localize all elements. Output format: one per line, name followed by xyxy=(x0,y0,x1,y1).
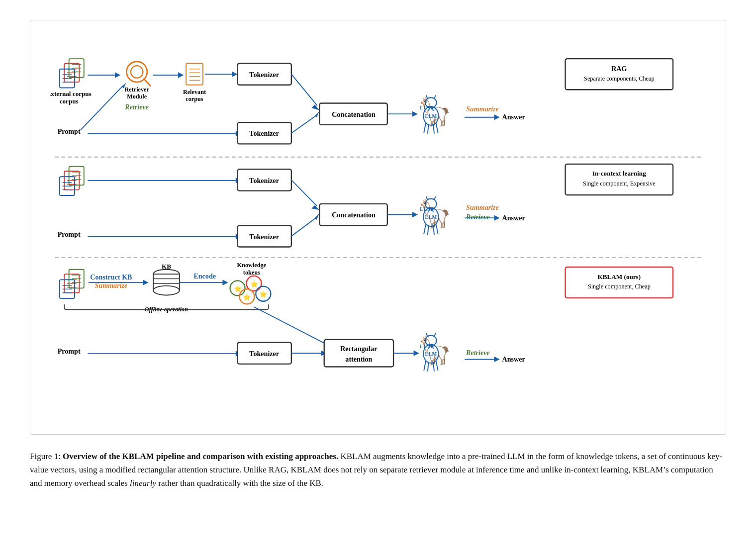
doc-group-icl xyxy=(60,167,84,195)
rectangular-attention-label: Rectangular xyxy=(340,345,377,353)
rag-description: Separate components, Cheap xyxy=(584,75,655,82)
main-diagram-svg: External corpus corpus Retriever Module … xyxy=(50,35,706,419)
kb-label: KB xyxy=(162,263,171,270)
arrow12 xyxy=(315,213,319,220)
arrow3 xyxy=(232,71,237,77)
concatenation2-label: Concatenation xyxy=(332,211,376,219)
caption-italic-text: linearly xyxy=(130,478,156,488)
prompt-label-icl: Prompt xyxy=(58,230,81,238)
arrow8 xyxy=(494,114,499,120)
arrow5 xyxy=(311,104,319,110)
external-corpus-group: External corpus corpus xyxy=(50,59,92,105)
arrow2 xyxy=(178,72,184,78)
tokenizer4-label: Tokenizer xyxy=(249,233,279,241)
relevant-corpus-label2: corpus xyxy=(186,95,203,102)
retrieve-label-icl: Retrieve xyxy=(466,213,490,221)
icl-label: In-context learning xyxy=(592,170,646,177)
tokenizer1-label: Tokenizer xyxy=(249,71,279,79)
knowledge-tokens-label: Knowledge xyxy=(237,262,267,269)
diagram-container: External corpus corpus Retriever Module … xyxy=(30,20,726,435)
relevant-corpus-label: Relevant xyxy=(183,89,206,95)
rag-label: RAG xyxy=(611,65,627,73)
kblam-box xyxy=(566,267,673,298)
prompt-label-rag: Prompt xyxy=(58,127,81,135)
retrieve-label-kblam: Retrieve xyxy=(466,349,490,357)
construct-kb-label: Construct KB xyxy=(90,273,132,281)
external-corpus-label: External corpus xyxy=(50,90,92,97)
encode-label: Encode xyxy=(193,272,216,280)
svg-point-14 xyxy=(131,66,143,78)
concatenation1-label: Concatenation xyxy=(332,110,376,118)
svg-line-15 xyxy=(144,79,150,86)
icl-description: Single component, Expensive xyxy=(583,180,656,187)
retriever-module-group: Retriever Module xyxy=(124,62,150,100)
summarize-label-icl: Summarize xyxy=(466,203,499,211)
answer-label-rag: Answer xyxy=(502,113,525,121)
retriever-module-label: Retriever xyxy=(124,86,149,93)
tokenizer3-label: Tokenizer xyxy=(249,177,279,185)
arrow7 xyxy=(412,111,418,117)
svg-line-25 xyxy=(291,115,317,133)
svg-text:⭐: ⭐ xyxy=(259,290,268,298)
svg-line-78 xyxy=(254,307,331,347)
svg-line-44 xyxy=(291,180,317,206)
svg-text:⭐: ⭐ xyxy=(243,293,251,301)
kblam-label: KBLAM (ours) xyxy=(598,273,641,280)
rag-box xyxy=(566,59,673,90)
summarize-label-rag: Summarize xyxy=(466,105,499,113)
caption-end-text: rather than quadratically with the size … xyxy=(156,478,323,488)
arrow15 xyxy=(143,279,148,285)
external-corpus-label2: corpus xyxy=(60,97,79,105)
answer-label-icl: Answer xyxy=(502,214,525,222)
svg-line-24 xyxy=(291,74,317,105)
llm-llama-rag: 🦙 LLM xyxy=(418,95,452,128)
tokenizer5-label: Tokenizer xyxy=(249,350,279,358)
prompt-label-kblam: Prompt xyxy=(58,347,81,355)
retriever-module-label2: Module xyxy=(127,93,147,100)
doc-group-kblam xyxy=(60,270,84,298)
svg-text:LLM: LLM xyxy=(425,214,437,220)
tokenizer2-label: Tokenizer xyxy=(249,129,279,137)
arrow21 xyxy=(494,357,499,362)
caption-bold-text: Overview of the KBLAM pipeline and compa… xyxy=(63,452,338,461)
icl-box xyxy=(566,164,673,195)
answer-label-kblam: Answer xyxy=(502,355,525,363)
arrow14 xyxy=(494,215,499,221)
retrieve-label-rag: Retrieve xyxy=(124,103,149,111)
svg-rect-17 xyxy=(186,63,203,85)
rectangular-attention-label2: attention xyxy=(345,355,372,363)
knowledge-tokens-label2: tokens xyxy=(243,269,260,276)
arrow11 xyxy=(311,205,319,210)
svg-text:⭐: ⭐ xyxy=(250,280,259,288)
figure-label: Figure 1: xyxy=(30,452,61,461)
svg-point-65 xyxy=(153,286,180,295)
arrow1 xyxy=(115,72,120,78)
svg-text:LLM: LLM xyxy=(425,351,437,357)
arrow6 xyxy=(315,111,319,117)
kblam-description: Single component, Cheap xyxy=(588,283,651,290)
figure-caption: Figure 1: Overview of the KBLAM pipeline… xyxy=(30,450,726,490)
relevant-corpus-group: Relevant corpus xyxy=(183,63,206,102)
svg-line-45 xyxy=(291,217,317,236)
svg-text:🦙: 🦙 xyxy=(418,95,452,128)
arrow13 xyxy=(412,212,418,217)
arrow16 xyxy=(222,279,228,285)
svg-text:LLM: LLM xyxy=(425,113,437,119)
